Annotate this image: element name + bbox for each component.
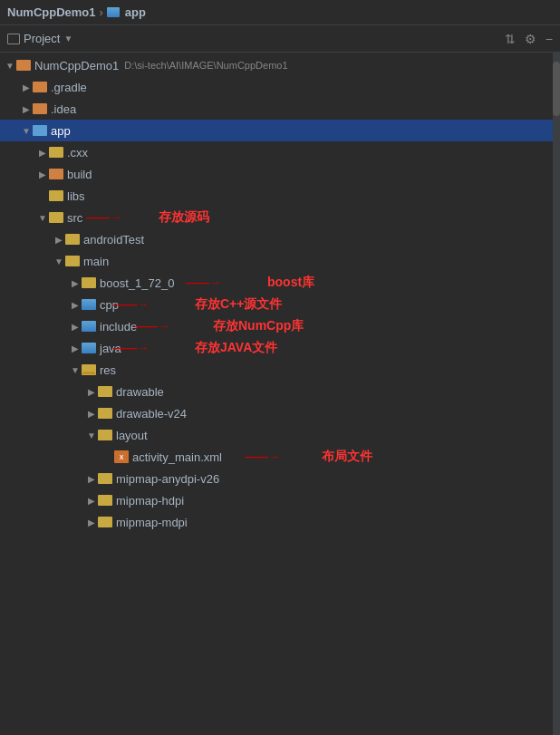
project-folder-icon [16,60,31,71]
item-label-gradle: .gradle [51,81,87,94]
tree-item-java[interactable]: java ——→ 存放JAVA文件 [0,337,560,359]
item-label-src: src [67,211,82,225]
project-label[interactable]: Project ▼ [7,32,72,45]
include-annotation-text: 存放NumCpp库 [213,318,304,334]
expand-arrow [4,59,16,72]
project-label-text: Project [24,32,60,45]
idea-folder-icon [33,103,47,114]
include-annotation-arrow: ——→ [134,319,169,333]
include-folder-icon [82,321,96,332]
settings-icon[interactable]: ⚙ [525,32,536,46]
androidtest-folder-icon [65,234,80,245]
tree-item-mipmap-anydpi[interactable]: mipmap-anydpi-v26 [0,468,560,489]
expand-arrow-main [53,255,65,267]
tree-item-androidtest[interactable]: androidTest [0,228,560,250]
item-label-build: build [67,168,92,181]
src-annotation-arrow: ——→ [86,210,121,224]
item-label-activity-main: activity_main.xml [132,450,222,464]
breadcrumb-current: app [125,5,146,19]
breadcrumb: NumCppDemo1 › app [0,0,560,25]
breadcrumb-folder-icon [107,7,120,17]
tree-item-idea[interactable]: .idea [0,98,560,120]
tree-item-main[interactable]: main [0,250,560,272]
item-label-numcppdemo1: NumCppDemo1 [34,59,119,73]
item-label-app: app [51,124,71,138]
main-folder-icon [65,256,80,266]
vertical-scrollbar[interactable] [553,53,560,735]
item-label-idea: .idea [51,102,76,116]
expand-arrow-cpp [69,298,82,311]
gradle-folder-icon [33,82,47,92]
src-folder-icon [49,212,63,223]
tree-item-app[interactable]: app [0,120,560,141]
java-annotation-text: 存放JAVA文件 [195,340,277,356]
expand-arrow-boost [69,276,82,289]
expand-arrow-res [69,363,82,376]
boost-annotation-arrow: ——→ [186,276,221,289]
item-label-androidtest: androidTest [83,233,144,247]
item-label-mipmap-anydpi: mipmap-anydpi-v26 [116,472,219,486]
tree-item-activity-main[interactable]: X activity_main.xml ——→ 布局文件 [0,446,560,468]
tree-item-src[interactable]: src ——→ 存放源码 [0,207,560,228]
expand-arrow-drawable [85,385,98,398]
boost-annotation-text: boost库 [267,275,314,291]
tree-item-include[interactable]: include ——→ 存放NumCpp库 [0,315,560,337]
project-header: Project ▼ ⇅ ⚙ − [0,25,560,53]
expand-arrow-mipmap-anydpi [85,472,98,485]
item-label-boost: boost_1_72_0 [100,276,174,290]
cpp-annotation-text: 存放C++源文件 [195,296,282,313]
expand-arrow-include [69,320,82,333]
equalizer-icon[interactable]: ⇅ [505,32,516,46]
layout-annotation-arrow: ——→ [245,450,280,463]
tree-item-res[interactable]: res [0,359,560,381]
expand-arrow-mipmap-mdpi [85,516,98,528]
expand-arrow-drawable-v24 [85,407,98,420]
cpp-folder-icon [82,299,96,310]
breadcrumb-project[interactable]: NumCppDemo1 [7,5,96,19]
expand-arrow-idea [20,102,33,115]
item-label-drawable: drawable [116,385,164,399]
tree-item-drawable-v24[interactable]: drawable-v24 [0,402,560,424]
tree-item-mipmap-mdpi[interactable]: mipmap-mdpi [0,511,560,533]
cxx-folder-icon [49,147,63,158]
layout-folder-icon [98,430,112,440]
tree-item-boost[interactable]: boost_1_72_0 ——→ boost库 [0,272,560,294]
res-folder-icon [82,364,96,375]
expand-arrow-java [69,342,82,354]
tree-item-mipmap-hdpi[interactable]: mipmap-hdpi [0,489,560,511]
boost-folder-icon [82,277,96,288]
expand-arrow-src [36,211,49,224]
project-panel-icon [7,34,20,44]
tree-item-build[interactable]: build [0,163,560,185]
cpp-annotation-arrow: ——→ [113,297,149,311]
expand-arrow-layout [85,429,98,441]
tree-item-cpp[interactable]: cpp ——→ 存放C++源文件 [0,294,560,315]
xml-file-icon: X [114,450,129,463]
drawable-folder-icon [98,386,112,397]
expand-arrow-mipmap-hdpi [85,494,98,507]
item-label-libs: libs [67,189,85,203]
tree-item-cxx[interactable]: .cxx [0,141,560,163]
item-label-drawable-v24: drawable-v24 [116,407,187,421]
item-label-cxx: .cxx [67,146,88,160]
drawable-v24-folder-icon [98,408,112,419]
minimize-icon[interactable]: − [546,32,553,46]
tree-item-layout[interactable]: layout [0,424,560,446]
java-folder-icon [82,343,96,353]
tree-item-gradle[interactable]: .gradle [0,76,560,98]
item-label-include: include [100,320,137,334]
tree-item-libs[interactable]: libs [0,185,560,207]
expand-arrow-app [20,124,33,137]
mipmap-anydpi-folder-icon [98,473,112,484]
expand-arrow-androidtest [53,233,65,246]
item-label-layout: layout [116,429,148,442]
tree-item-numcppdemo1[interactable]: NumCppDemo1 D:\si-tech\AI\IMAGE\NumCppDe… [0,54,560,76]
file-tree: NumCppDemo1 D:\si-tech\AI\IMAGE\NumCppDe… [0,53,560,735]
project-panel: NumCppDemo1 › app Project ▼ ⇅ ⚙ − NumCpp… [0,0,560,735]
mipmap-mdpi-folder-icon [98,517,112,527]
item-label-res: res [100,363,116,377]
tree-item-drawable[interactable]: drawable [0,381,560,402]
expand-arrow-build [36,168,49,180]
dropdown-arrow-icon[interactable]: ▼ [63,34,72,44]
java-annotation-arrow: ——→ [113,341,149,354]
